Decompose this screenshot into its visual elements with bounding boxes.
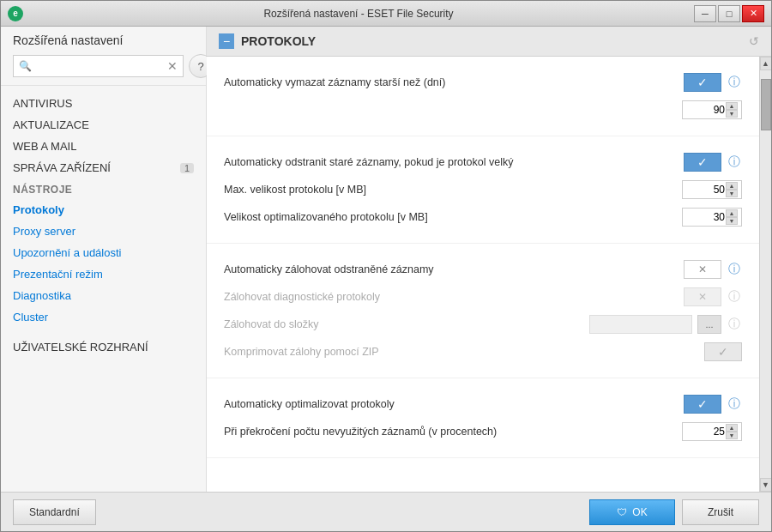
- sidebar-item-uzivatelske[interactable]: UŽIVATELSKÉ ROZHRANÍ: [1, 336, 206, 358]
- settings-group-4: Automaticky optimalizovat protokoly ⓘ Př…: [207, 378, 759, 458]
- sidebar-item-diagnostika[interactable]: Diagnostika: [1, 285, 206, 306]
- auto-optimize-control: ⓘ: [684, 395, 742, 414]
- settings-group-1: Automaticky vymazat záznamy starší než (…: [207, 57, 759, 136]
- cluster-label: Cluster: [13, 311, 48, 323]
- unused-percent-label: Při překročení počtu nevyužitých záznamů…: [224, 426, 682, 438]
- max-size-up[interactable]: ▲: [726, 182, 738, 190]
- scrollbar: ▲ ▼: [759, 57, 771, 492]
- setting-row-auto-backup: Automaticky zálohovat odstraněné záznamy…: [224, 256, 742, 283]
- standard-button[interactable]: Standardní: [13, 499, 96, 525]
- optimized-size-spinner: ▲ ▼: [726, 209, 738, 225]
- cancel-button[interactable]: Zrušit: [682, 499, 759, 525]
- search-clear-button[interactable]: ✕: [167, 59, 178, 73]
- unused-percent-down[interactable]: ▼: [726, 432, 738, 439]
- setting-row-unused-percent: Při překročení počtu nevyužitých záznamů…: [224, 418, 742, 445]
- prezentacni-rezim-label: Prezentační režim: [13, 268, 103, 281]
- minimize-button[interactable]: ─: [694, 5, 716, 22]
- sidebar-item-proxy-server[interactable]: Proxy server: [1, 221, 206, 242]
- days-number-control: ▲ ▼: [682, 100, 742, 119]
- sidebar-item-web-a-mail[interactable]: WEB A MAIL: [1, 136, 206, 157]
- optimized-size-label: Velikost optimalizovaného protokolu [v M…: [224, 211, 682, 223]
- nav-tree: ANTIVIRUS AKTUALIZACE WEB A MAIL SPRÁVA …: [1, 86, 206, 492]
- unused-percent-control: ▲ ▼: [682, 422, 742, 441]
- proxy-server-label: Proxy server: [13, 225, 75, 238]
- maximize-button[interactable]: □: [718, 5, 740, 22]
- max-size-value[interactable]: [686, 184, 725, 196]
- ok-button[interactable]: 🛡 OK: [589, 499, 675, 525]
- auto-remove-large-control: ⓘ: [684, 153, 742, 172]
- max-size-down[interactable]: ▼: [726, 190, 738, 197]
- bottom-right-buttons: 🛡 OK Zrušit: [589, 499, 759, 525]
- scroll-up-button[interactable]: ▲: [760, 57, 772, 70]
- max-size-input: ▲ ▼: [682, 180, 742, 199]
- main-window: e Rozšířená nastavení - ESET File Securi…: [0, 0, 772, 532]
- auto-delete-days-control: ⓘ: [684, 73, 742, 92]
- search-input[interactable]: [35, 60, 164, 72]
- ok-icon: 🛡: [617, 506, 627, 518]
- unused-percent-spinner: ▲ ▼: [726, 424, 738, 439]
- auto-optimize-label: Automaticky optimalizovat protokoly: [224, 398, 684, 410]
- auto-remove-large-info-icon[interactable]: ⓘ: [727, 154, 742, 170]
- sidebar-item-aktualizace[interactable]: AKTUALIZACE: [1, 114, 206, 136]
- setting-row-auto-optimize: Automaticky optimalizovat protokoly ⓘ: [224, 390, 742, 418]
- auto-optimize-checkbox[interactable]: [684, 395, 721, 414]
- titlebar: e Rozšířená nastavení - ESET File Securi…: [1, 1, 771, 27]
- uzivatelske-label: UŽIVATELSKÉ ROZHRANÍ: [13, 341, 148, 354]
- backup-folder-label: Zálohovat do složky: [224, 318, 589, 330]
- right-content-wrapper: Automaticky vymazat záznamy starší než (…: [207, 57, 771, 492]
- setting-row-max-size: Max. velikost protokolu [v MB] ▲ ▼: [224, 176, 742, 203]
- days-down-button[interactable]: ▼: [726, 110, 738, 118]
- app-icon-letter: e: [13, 9, 18, 18]
- upozorneni-label: Upozornění a události: [13, 246, 121, 259]
- left-header: Rozšířená nastavení 🔍 ✕ ?: [1, 27, 206, 86]
- days-spinner: ▲ ▼: [726, 102, 738, 118]
- window-title: Rozšířená nastavení - ESET File Security: [23, 8, 694, 20]
- auto-backup-checkbox[interactable]: ✕: [684, 260, 721, 279]
- backup-folder-browse-button: ...: [697, 315, 721, 334]
- unused-percent-value[interactable]: [686, 426, 725, 438]
- right-panel-header: − PROTOKOLY ↺: [207, 27, 771, 57]
- sidebar-item-upozorneni[interactable]: Upozornění a události: [1, 242, 206, 263]
- reset-button[interactable]: ↺: [749, 34, 759, 48]
- section-title-area: − PROTOKOLY: [219, 33, 316, 49]
- optimized-size-value[interactable]: [686, 211, 725, 223]
- backup-diag-info-icon: ⓘ: [727, 289, 742, 305]
- close-button[interactable]: ✕: [742, 5, 764, 22]
- collapse-button[interactable]: −: [219, 33, 234, 49]
- auto-delete-days-checkbox[interactable]: [684, 73, 721, 92]
- unused-percent-up[interactable]: ▲: [726, 424, 738, 432]
- sidebar-item-protokoly[interactable]: Protokoly: [1, 199, 206, 221]
- settings-content: Automaticky vymazat záznamy starší než (…: [207, 57, 759, 492]
- days-up-button[interactable]: ▲: [726, 102, 738, 110]
- nastroje-section-header: NÁSTROJE: [1, 178, 206, 199]
- setting-row-backup-diag: Zálohovat diagnostické protokoly ✕ ⓘ: [224, 283, 742, 311]
- optimized-size-up[interactable]: ▲: [726, 209, 738, 217]
- sidebar-item-sprava-zarizeni[interactable]: SPRÁVA ZAŘÍZENÍ 1: [1, 157, 206, 178]
- content-area: Rozšířená nastavení 🔍 ✕ ? ANTIVIRUS AKTU…: [1, 27, 771, 492]
- compress-zip-label: Komprimovat zálohy pomocí ZIP: [224, 346, 704, 358]
- days-value-input[interactable]: [686, 104, 725, 116]
- sidebar-item-cluster[interactable]: Cluster: [1, 306, 206, 328]
- setting-row-days-number: ▲ ▼: [224, 96, 742, 124]
- auto-delete-days-label: Automaticky vymazat záznamy starší než (…: [224, 76, 684, 88]
- app-icon: e: [8, 6, 23, 21]
- compress-zip-control: ✓: [704, 342, 742, 361]
- web-a-mail-label: WEB A MAIL: [13, 140, 76, 153]
- auto-backup-info-icon[interactable]: ⓘ: [727, 262, 742, 277]
- bottom-bar: Standardní 🛡 OK Zrušit: [1, 492, 771, 531]
- backup-diag-label: Zálohovat diagnostické protokoly: [224, 291, 684, 303]
- optimized-size-input: ▲ ▼: [682, 208, 742, 227]
- max-size-label: Max. velikost protokolu [v MB]: [224, 184, 682, 196]
- scroll-down-button[interactable]: ▼: [760, 478, 772, 492]
- auto-delete-days-info-icon[interactable]: ⓘ: [727, 75, 742, 90]
- unused-percent-input: ▲ ▼: [682, 422, 742, 441]
- scrollbar-thumb[interactable]: [761, 79, 771, 130]
- auto-remove-large-checkbox[interactable]: [684, 153, 721, 172]
- sidebar-item-antivirus[interactable]: ANTIVIRUS: [1, 93, 206, 114]
- optimized-size-down[interactable]: ▼: [726, 217, 738, 225]
- settings-group-3: Automaticky zálohovat odstraněné záznamy…: [207, 244, 759, 378]
- sidebar-item-prezentacni-rezim[interactable]: Prezentační režim: [1, 263, 206, 285]
- auto-optimize-info-icon[interactable]: ⓘ: [727, 396, 742, 412]
- search-bar: 🔍 ✕: [13, 55, 184, 77]
- backup-diag-control: ✕ ⓘ: [684, 287, 742, 306]
